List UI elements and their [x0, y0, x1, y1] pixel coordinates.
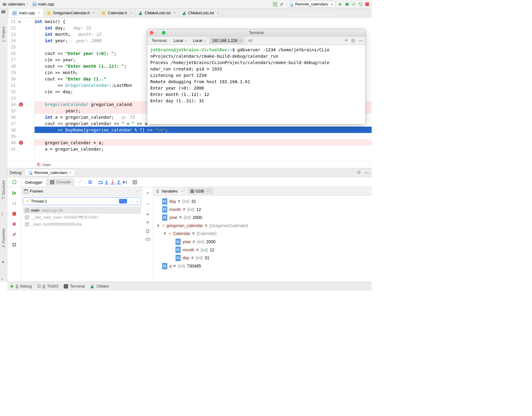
- arrow-down-icon[interactable]: ↓: [136, 199, 138, 203]
- hide-icon[interactable]: —: [364, 170, 369, 176]
- variable-row[interactable]: 01 month = {int} 12: [156, 206, 369, 214]
- terminal-tab[interactable]: 192.168.1.226×: [209, 37, 244, 44]
- stack-frame[interactable]: _start 0x0000555555555c9a: [23, 221, 141, 228]
- breakpoint-icon[interactable]: [19, 141, 23, 145]
- variable-row[interactable]: 01 year = {int} 2000: [156, 238, 369, 246]
- layout-icon[interactable]: [11, 242, 17, 248]
- chevron-updown-icon[interactable]: ⌃⌄: [119, 199, 127, 203]
- close-icon[interactable]: ×: [174, 11, 176, 15]
- terminal-output[interactable]: jetbrains@jetbrains-VirtualBox:~$ gdbser…: [147, 45, 365, 106]
- editor-tab[interactable]: c++main.cpp×: [9, 9, 43, 17]
- attach-icon[interactable]: [350, 1, 357, 8]
- rerun-icon[interactable]: [12, 180, 17, 185]
- expand-icon[interactable]: »: [1, 277, 6, 281]
- step-over-icon[interactable]: [97, 179, 104, 185]
- debug-session-tab[interactable]: Remote_calendars ×: [25, 169, 75, 176]
- terminal-count-badge[interactable]: ≡2: [248, 38, 253, 43]
- variable-row[interactable]: 01 month = {int} 12: [156, 246, 369, 254]
- mute-breakpoints-icon[interactable]: [11, 231, 17, 237]
- chevron-down-icon[interactable]: ▼: [163, 230, 167, 238]
- close-icon[interactable]: [150, 31, 153, 35]
- favorites-tool-icon[interactable]: ★: [1, 260, 6, 264]
- status-todo[interactable]: ☷ 6: TODO: [37, 284, 59, 288]
- project-tool-tab[interactable]: 1: Project: [2, 27, 6, 42]
- run-to-cursor-icon[interactable]: [122, 179, 128, 185]
- stack-frame[interactable]: main main.cpp:38: [23, 207, 141, 214]
- close-icon[interactable]: ×: [38, 11, 40, 15]
- more-icon[interactable]: →": [74, 180, 84, 184]
- pause-icon[interactable]: [11, 200, 17, 206]
- terminal-tab[interactable]: Local×: [190, 37, 209, 44]
- arrow-down-icon[interactable]: ▼: [146, 220, 150, 225]
- add-icon[interactable]: +: [146, 190, 149, 196]
- minimize-icon[interactable]: [156, 31, 159, 35]
- close-icon[interactable]: ×: [130, 11, 132, 15]
- breakpoint-icon[interactable]: [19, 102, 23, 107]
- breadcrumb-file[interactable]: c++ main.cpp: [31, 2, 55, 6]
- variable-row[interactable]: 01 year = {int} 2000: [156, 213, 369, 222]
- debugger-tab[interactable]: Debugger: [21, 178, 46, 186]
- step-into-icon[interactable]: [104, 179, 110, 185]
- editor-tab[interactable]: CMakeLists.txt×: [135, 9, 179, 17]
- update-icon[interactable]: [357, 1, 364, 8]
- gear-icon[interactable]: [356, 170, 361, 176]
- variable-row[interactable]: ▼≡ Calendar = {Calendar}: [156, 230, 369, 238]
- code-line[interactable]: [35, 133, 372, 139]
- code-line[interactable]: int main() {: [35, 18, 372, 25]
- structure-tool-icon[interactable]: ▯: [1, 211, 6, 216]
- resume-icon[interactable]: [11, 190, 17, 196]
- close-icon[interactable]: ×: [204, 39, 206, 43]
- variable-row[interactable]: 01 day = {int} 31: [156, 197, 369, 206]
- close-icon[interactable]: ×: [185, 39, 187, 43]
- build-icon[interactable]: [272, 1, 278, 8]
- status-debug[interactable]: 5: Debug: [10, 284, 32, 288]
- favorites-tool-tab[interactable]: 2: Favorites: [2, 228, 6, 247]
- run-config-select[interactable]: Remote_calendars: [287, 1, 335, 7]
- hammer-icon[interactable]: [278, 1, 285, 8]
- close-icon[interactable]: ×: [217, 11, 219, 15]
- copy-icon[interactable]: [146, 229, 150, 233]
- frames-list[interactable]: main main.cpp:38__libc_start_main 0x0000…: [21, 207, 143, 228]
- evaluate-icon[interactable]: [132, 179, 138, 185]
- gdb-tab[interactable]: GDB →": [188, 188, 213, 194]
- step-out-icon[interactable]: [116, 179, 122, 185]
- variable-row[interactable]: 01 day = {int} 31: [156, 254, 369, 262]
- more-icon[interactable]: →": [135, 189, 140, 193]
- code-line[interactable]: a = gregorian_calendar;: [35, 146, 372, 152]
- force-step-into-icon[interactable]: [110, 179, 116, 185]
- show-execution-point-icon[interactable]: [87, 179, 93, 185]
- status-cmake[interactable]: CMake: [90, 284, 109, 288]
- stack-frame[interactable]: __libc_start_main 0x00007ffff767cb97: [23, 214, 141, 221]
- maximize-icon[interactable]: [162, 31, 165, 35]
- project-tool-icon[interactable]: [1, 10, 6, 15]
- code-line[interactable]: << DayName[gregorian_calendar % 7] << "\…: [35, 127, 372, 133]
- gear-icon[interactable]: [351, 38, 356, 43]
- glasses-icon[interactable]: [145, 237, 151, 241]
- run-icon[interactable]: [337, 1, 344, 8]
- close-icon[interactable]: ×: [93, 11, 95, 15]
- view-breakpoints-icon[interactable]: [11, 221, 17, 227]
- editor-tab[interactable]: HCalendar.h×: [98, 9, 135, 17]
- breadcrumb-folder[interactable]: calendars: [1, 2, 26, 6]
- close-icon[interactable]: ×: [69, 170, 72, 175]
- close-icon[interactable]: ×: [239, 39, 241, 43]
- variables-tree[interactable]: 01 day = {int} 3101 month = {int} 1201 y…: [153, 196, 372, 281]
- editor-tab[interactable]: CMakeLists.txt×: [179, 9, 223, 17]
- remove-icon[interactable]: −: [146, 201, 149, 207]
- stop-icon[interactable]: [11, 211, 17, 217]
- thread-select[interactable]: ✔ Thread-1 ⌃⌄ ↑ ↓: [23, 197, 141, 205]
- run-gutter-icon[interactable]: ▶: [19, 19, 21, 24]
- console-tab[interactable]: Console: [46, 178, 74, 186]
- arrow-up-icon[interactable]: ↑: [131, 199, 133, 203]
- minimize-panel-icon[interactable]: —: [359, 38, 363, 43]
- status-terminal[interactable]: Terminal: [64, 284, 85, 288]
- terminal-window[interactable]: Terminal Terminal: Local×Local×192.168.1…: [147, 29, 366, 124]
- editor-tab[interactable]: HGregorianCalendar.h×: [43, 9, 98, 17]
- terminal-tab[interactable]: Local×: [171, 37, 190, 44]
- variable-row[interactable]: ▼≡ gregorian_calendar = {GregorianCalend…: [156, 222, 369, 230]
- structure-tool-tab[interactable]: 7: Structure: [2, 180, 6, 199]
- stop-icon[interactable]: [364, 1, 370, 8]
- more-icon[interactable]: →": [179, 189, 185, 193]
- chevron-down-icon[interactable]: ▼: [156, 222, 160, 230]
- terminal-titlebar[interactable]: Terminal: [147, 29, 365, 36]
